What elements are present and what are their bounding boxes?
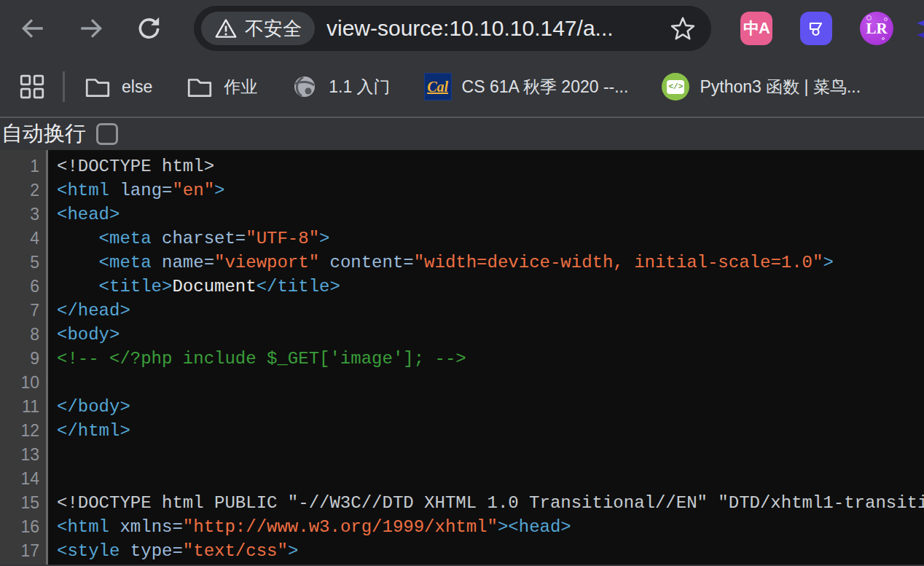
apps-grid-icon xyxy=(18,73,46,101)
code-line: <meta name="viewport" content="width=dev… xyxy=(57,251,924,275)
back-arrow-icon xyxy=(19,15,47,42)
code-segment-tag: </body> xyxy=(57,397,130,417)
line-number: 5 xyxy=(0,251,46,275)
globe-icon xyxy=(291,73,318,101)
code-line: <!DOCTYPE html> xyxy=(57,154,924,178)
address-bar[interactable]: 不安全 view-source:10.10.10.147/a... xyxy=(194,6,711,51)
code-segment-val: "text/css" xyxy=(183,541,288,561)
line-number: 6 xyxy=(0,275,46,299)
security-chip[interactable]: 不安全 xyxy=(201,12,315,45)
bookmark-intro[interactable]: 1.1 入门 xyxy=(291,73,390,101)
bookmark-python3[interactable]: </> Python3 函数 | 菜鸟... xyxy=(662,73,861,101)
code-segment-val: "http://www.w3.org/1999/xhtml" xyxy=(183,517,498,537)
code-segment-tag: <head> xyxy=(57,205,120,224)
code-segment-tag: </head> xyxy=(57,301,130,321)
reload-button[interactable] xyxy=(136,15,163,42)
line-number: 13 xyxy=(0,443,46,467)
star-icon xyxy=(669,15,697,42)
warning-triangle-icon xyxy=(214,17,238,40)
folder-icon xyxy=(186,73,214,101)
reload-icon xyxy=(136,15,163,42)
bookmarks-divider xyxy=(63,71,65,102)
source-code-column: <!DOCTYPE html><html lang="en"><head> <m… xyxy=(48,150,924,565)
code-segment-tag: </html> xyxy=(57,421,130,441)
view-source-area[interactable]: 123456789101112131415161718 <!DOCTYPE ht… xyxy=(0,150,924,565)
folder-icon xyxy=(84,73,111,101)
bookmarks-bar: else 作业 1.1 入门 Cal CS 61A 秋季 2020 --... … xyxy=(0,57,924,117)
code-segment-tag: <meta xyxy=(99,253,152,272)
code-segment-attr: lang= xyxy=(109,181,172,200)
code-segment-tag: <body> xyxy=(57,325,120,345)
bookmark-star-button[interactable] xyxy=(669,15,697,42)
code-segment-tag: <style xyxy=(57,541,120,561)
code-line xyxy=(57,371,924,395)
code-line: </html> xyxy=(57,419,924,443)
code-line xyxy=(57,467,924,491)
code-segment-val: "width=device-width, initial-scale=1.0" xyxy=(414,253,823,272)
lr-extension-glyph: LR xyxy=(866,20,887,38)
line-number-gutter: 123456789101112131415161718 xyxy=(0,150,48,565)
forward-button[interactable] xyxy=(77,15,105,42)
code-line xyxy=(57,443,924,467)
url-text[interactable]: view-source:10.10.10.147/a... xyxy=(326,16,669,41)
code-line: <body> xyxy=(57,323,924,347)
line-wrap-checkbox[interactable] xyxy=(96,123,118,145)
line-number: 7 xyxy=(0,299,46,323)
line-number: 8 xyxy=(0,323,46,347)
line-number: 15 xyxy=(0,491,46,515)
browser-toolbar: 不安全 view-source:10.10.10.147/a... 中A LR xyxy=(0,0,924,57)
line-number: 2 xyxy=(0,178,46,203)
clipped-extension-button[interactable] xyxy=(911,16,924,42)
translate-extension-button[interactable]: 中A xyxy=(740,12,772,45)
bookmark-folder-else[interactable]: else xyxy=(84,73,152,101)
bookmark-label: 作业 xyxy=(224,76,257,98)
code-segment-val: "UTF-8" xyxy=(246,229,319,248)
code-segment-text: Document xyxy=(172,277,256,296)
code-line: </head> xyxy=(57,299,924,323)
code-segment-val: "viewport" xyxy=(214,253,319,272)
code-segment-attr: name= xyxy=(152,253,214,272)
code-line: <meta charset="UTF-8"> xyxy=(57,227,924,251)
code-segment-tag: > xyxy=(823,253,833,272)
line-number: 12 xyxy=(0,419,46,443)
line-wrap-bar: 自动换行 xyxy=(0,117,924,150)
lr-bubble xyxy=(882,37,885,40)
line-number: 10 xyxy=(0,371,46,395)
line-number: 16 xyxy=(0,515,46,539)
code-segment-plain xyxy=(57,253,99,272)
code-segment-tag: > xyxy=(319,229,329,248)
code-segment-attr: charset= xyxy=(152,229,246,248)
code-segment-tag: <meta xyxy=(99,229,152,248)
code-line: <style type="text/css"> xyxy=(57,539,924,563)
security-chip-label: 不安全 xyxy=(245,16,302,42)
bookmark-folder-homework[interactable]: 作业 xyxy=(186,73,257,101)
line-number: 4 xyxy=(0,227,46,251)
code-segment-plain: <!DOCTYPE html> xyxy=(57,157,214,176)
clipped-extension-icon xyxy=(911,16,924,42)
bookmark-label: Python3 函数 | 菜鸟... xyxy=(700,76,861,98)
code-segment-comment: <!-- </?php include $_GET['image']; --> xyxy=(57,349,466,369)
code-segment-attr: content= xyxy=(319,253,414,272)
line-number: 18 xyxy=(0,563,46,565)
code-segment-plain xyxy=(57,277,99,296)
bookmark-label: CS 61A 秋季 2020 --... xyxy=(462,76,629,98)
code-segment-plain xyxy=(57,229,99,248)
code-line: <head> xyxy=(57,203,924,227)
lr-extension-button[interactable]: LR xyxy=(860,12,893,45)
line-number: 1 xyxy=(0,154,46,178)
code-line: <title>Document</title> xyxy=(57,275,924,299)
code-line: <html xmlns="http://www.w3.org/1999/xhtm… xyxy=(57,515,924,539)
bookmark-cs61a[interactable]: Cal CS 61A 秋季 2020 --... xyxy=(424,73,629,101)
cal-logo-icon: Cal xyxy=(424,73,452,101)
ribbon-extension-button[interactable] xyxy=(800,12,832,45)
back-button[interactable] xyxy=(19,15,47,42)
code-segment-tag: <html xyxy=(57,517,109,537)
line-number: 9 xyxy=(0,347,46,371)
line-number: 3 xyxy=(0,203,46,227)
code-segment-plain: <!DOCTYPE html PUBLIC "-//W3C//DTD XHTML… xyxy=(57,493,924,513)
apps-grid-button[interactable] xyxy=(17,72,47,101)
code-line: </body> xyxy=(57,395,924,419)
code-badge-icon: </> xyxy=(662,73,689,101)
code-line: <html lang="en"> xyxy=(57,178,924,203)
code-segment-tag: > xyxy=(214,181,224,200)
